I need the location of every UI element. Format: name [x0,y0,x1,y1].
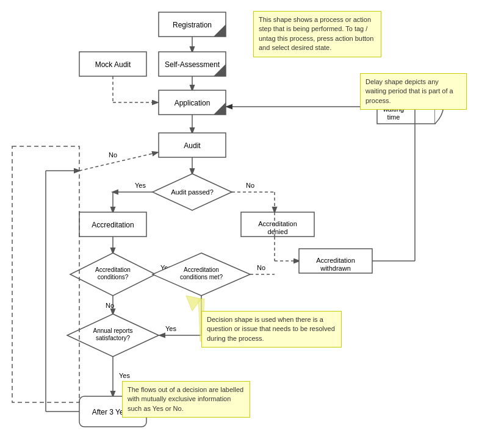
accreditation-cond-label2: conditions? [98,274,129,280]
process-tooltip: This shape shows a process or action ste… [253,11,381,57]
application-label: Application [175,99,211,107]
annual-reports-label2: satisfactory? [96,335,131,341]
flow-tooltip-text: The flows out of a decision are labelled… [128,386,243,412]
accreditation-denied-label2: denied [267,228,287,235]
annual-reports-label: Annual reports [93,327,132,334]
self-assessment-label: Self-Assessment [165,60,220,69]
delay-tooltip-text: Delay shape depicts any waiting period t… [365,78,453,104]
yes-label-4: Yes [119,372,130,379]
yes-label-1: Yes [135,182,146,189]
no-label-3: No [106,302,114,309]
accreditation-denied-label: Accreditation [258,220,297,227]
acc-withdrawn-label2: withdrawn [320,265,351,272]
audit-passed-label: Audit passed? [171,188,214,196]
decision-tooltip: Decision shape is used when there is a q… [201,311,342,348]
no-label-2: No [257,264,265,271]
acc-cond-met-label: Accreditation [184,266,219,273]
decision-tooltip-text: Decision shape is used when there is a q… [207,316,335,342]
acc-cond-met-label2: conditions met? [180,274,223,280]
accreditation-label: Accreditation [92,221,134,229]
waiting-label3: time [387,113,400,121]
no-label-1: No [246,182,254,189]
flowchart-diagram: Registration Mock Audit Self-Assessment … [0,0,504,442]
accreditation-cond-label: Accreditation [95,266,131,273]
mock-audit-label: Mock Audit [95,60,131,69]
svg-line-44 [79,152,157,171]
registration-label: Registration [173,21,212,29]
yes-label-3: Yes [165,325,176,332]
process-tooltip-text: This shape shows a process or action ste… [259,16,373,51]
no-label-outer: No [109,151,117,159]
delay-tooltip: Delay shape depicts any waiting period t… [360,73,467,110]
flow-tooltip: The flows out of a decision are labelled… [122,381,250,418]
audit-label: Audit [184,141,201,150]
acc-withdrawn-label: Accreditation [316,257,355,264]
